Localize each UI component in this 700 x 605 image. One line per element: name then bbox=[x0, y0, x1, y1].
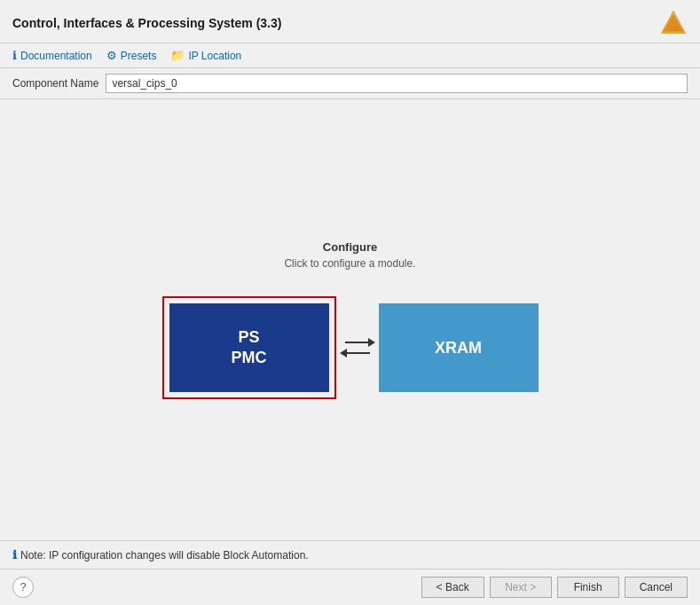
presets-label: Presets bbox=[121, 50, 157, 62]
footer-note-text: Note: IP configuration changes will disa… bbox=[20, 549, 309, 562]
folder-icon: 📁 bbox=[170, 49, 185, 62]
help-button[interactable]: ? bbox=[12, 577, 34, 598]
info-icon: ℹ bbox=[12, 49, 17, 62]
button-bar: ? < Back Next > Finish Cancel bbox=[0, 569, 700, 605]
toolbar: ℹ Documentation ⚙ Presets 📁 IP Location bbox=[0, 43, 700, 68]
arrow-left bbox=[345, 352, 370, 354]
ps-pmc-block[interactable]: PS PMC bbox=[169, 303, 329, 392]
diagram: PS PMC XRAM bbox=[162, 296, 539, 399]
ip-location-link[interactable]: 📁 IP Location bbox=[170, 49, 241, 62]
presets-link[interactable]: ⚙ Presets bbox=[106, 49, 157, 62]
arrow-left-line bbox=[345, 352, 370, 354]
title-bar: Control, Interfaces & Processing System … bbox=[0, 0, 700, 43]
configure-subtitle: Click to configure a module. bbox=[284, 257, 415, 270]
documentation-link[interactable]: ℹ Documentation bbox=[12, 49, 92, 62]
next-button[interactable]: Next > bbox=[490, 577, 552, 598]
gear-icon: ⚙ bbox=[106, 49, 117, 62]
back-button[interactable]: < Back bbox=[421, 577, 484, 598]
xram-label: XRAM bbox=[435, 339, 482, 358]
arrows bbox=[345, 342, 370, 354]
finish-button[interactable]: Finish bbox=[557, 577, 619, 598]
ip-location-label: IP Location bbox=[188, 50, 241, 62]
documentation-label: Documentation bbox=[20, 50, 92, 62]
component-name-label: Component Name bbox=[12, 77, 98, 90]
xram-block[interactable]: XRAM bbox=[379, 303, 539, 392]
arrow-right-line bbox=[345, 342, 370, 343]
footer-info-icon: ℹ bbox=[12, 548, 17, 562]
logo-icon bbox=[659, 9, 688, 37]
main-window: Control, Interfaces & Processing System … bbox=[0, 0, 700, 605]
component-name-row: Component Name bbox=[0, 68, 700, 99]
footer-note: ℹ Note: IP configuration changes will di… bbox=[0, 540, 700, 569]
btn-group: < Back Next > Finish Cancel bbox=[421, 577, 688, 598]
component-name-input[interactable] bbox=[106, 74, 688, 93]
ps-pmc-label: PS PMC bbox=[232, 327, 267, 369]
ps-pmc-wrapper: PS PMC bbox=[162, 296, 336, 399]
configure-title: Configure bbox=[323, 240, 377, 254]
cancel-button[interactable]: Cancel bbox=[625, 577, 688, 598]
arrow-right bbox=[345, 342, 370, 343]
main-content: Configure Click to configure a module. P… bbox=[0, 99, 700, 540]
window-title: Control, Interfaces & Processing System … bbox=[12, 16, 281, 30]
